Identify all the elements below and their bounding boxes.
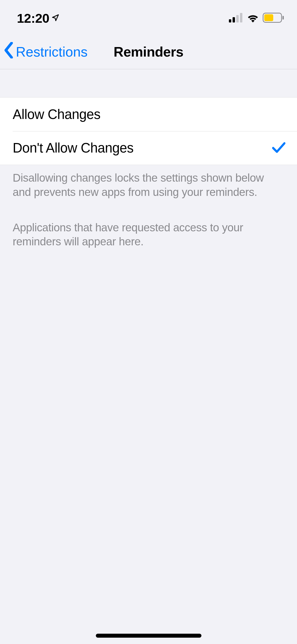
group-spacer	[0, 69, 297, 97]
status-bar: 12:20	[0, 0, 297, 34]
cellular-signal-icon	[229, 13, 243, 24]
svg-rect-5	[264, 14, 273, 21]
home-indicator	[96, 634, 201, 638]
checkmark-icon	[272, 142, 285, 154]
svg-rect-1	[233, 17, 235, 22]
back-label: Restrictions	[16, 44, 88, 60]
status-time: 12:20	[17, 11, 49, 26]
status-left: 12:20	[17, 11, 59, 26]
nav-bar: Restrictions Reminders	[0, 34, 297, 69]
location-icon	[51, 14, 59, 23]
dont-allow-changes-option[interactable]: Don't Allow Changes	[0, 131, 297, 165]
status-right	[229, 13, 284, 24]
apps-section-header: Applications that have requested access …	[0, 199, 297, 254]
svg-rect-0	[229, 19, 231, 22]
allow-changes-label: Allow Changes	[13, 107, 100, 122]
svg-rect-6	[282, 16, 284, 20]
battery-icon	[263, 13, 284, 24]
svg-rect-3	[240, 13, 242, 22]
allow-changes-option[interactable]: Allow Changes	[0, 98, 297, 131]
chevron-left-icon	[4, 42, 14, 62]
wifi-icon	[246, 13, 260, 24]
changes-option-group: Allow Changes Don't Allow Changes	[0, 97, 297, 165]
changes-footer-text: Disallowing changes locks the settings s…	[0, 165, 297, 199]
back-button[interactable]: Restrictions	[4, 42, 88, 62]
dont-allow-changes-label: Don't Allow Changes	[13, 140, 134, 156]
svg-rect-2	[236, 15, 239, 22]
